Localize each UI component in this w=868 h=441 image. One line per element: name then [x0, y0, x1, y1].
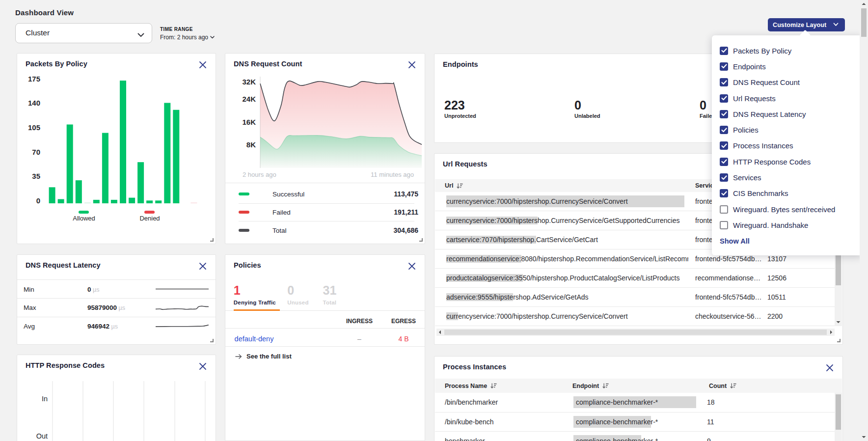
latency-label: Min — [24, 285, 34, 293]
resize-handle[interactable] — [419, 238, 423, 242]
endpoint-cell: compliance-benchmarker-* — [576, 437, 658, 441]
column-header[interactable]: Url — [445, 179, 463, 192]
url-request-row[interactable]: currencyservice:7000/hipstershop.Currenc… — [435, 307, 835, 326]
card-dns-request-latency-title: DNS Request Latency — [26, 261, 101, 269]
sort-icon[interactable] — [490, 383, 497, 389]
table-horizontal-scrollbar[interactable] — [436, 329, 835, 336]
arrow-right-icon — [235, 354, 242, 359]
count-cell: 12506 — [767, 274, 787, 282]
card-policies-close-icon[interactable] — [407, 261, 417, 272]
checkbox-checked-icon[interactable] — [720, 110, 728, 118]
scrollbar-thumb[interactable] — [836, 394, 841, 430]
card-dns-request-latency-close-icon[interactable] — [197, 261, 208, 272]
resize-handle[interactable] — [210, 238, 214, 242]
x-axis-right-label: 11 minutes ago — [371, 171, 414, 178]
y-tick-label: 16K — [242, 118, 256, 126]
policies-tab-total[interactable]: 31Total — [323, 283, 337, 305]
stat-label: Unprotected — [444, 113, 476, 119]
menu-item-wireguard-bytes-sent-received[interactable]: Wireguard. Bytes sent/received — [712, 201, 863, 217]
column-header[interactable]: Endpoint — [572, 379, 609, 393]
checkbox-checked-icon[interactable] — [720, 189, 728, 197]
bar-allowed — [164, 103, 170, 204]
divider — [239, 203, 414, 204]
show-all-link[interactable]: Show All — [720, 237, 750, 245]
latency-value: 946942 µs — [87, 323, 118, 330]
checkbox-checked-icon[interactable] — [720, 173, 728, 182]
count-cell: 10511 — [767, 293, 786, 301]
url-request-row[interactable]: adservice:9555/hipstershop.AdService/Get… — [435, 288, 835, 307]
menu-item-wireguard-handshake[interactable]: Wireguard. Handshake — [712, 217, 863, 233]
scroll-down-icon[interactable] — [835, 319, 842, 326]
customize-layout-button[interactable]: Customize Layout — [768, 18, 845, 31]
sort-icon[interactable] — [730, 383, 736, 389]
column-header[interactable]: Process Name — [445, 379, 497, 393]
menu-item-packets-by-policy[interactable]: Packets By Policy — [712, 43, 863, 58]
scrollbar-thumb[interactable] — [444, 330, 827, 335]
latency-row: Min0 µs — [17, 280, 216, 298]
checkbox-checked-icon[interactable] — [720, 94, 728, 103]
process-instance-row[interactable]: benchmarkercompliance-benchmarker-*9 — [435, 432, 835, 441]
scrollbar-thumb[interactable] — [861, 8, 867, 37]
page-title: Dashboard View — [15, 8, 74, 17]
sort-icon[interactable] — [457, 183, 463, 189]
legend-swatch — [239, 193, 249, 195]
stat-value: 223 — [444, 98, 476, 112]
card-process-instances-close-icon[interactable] — [824, 362, 835, 373]
checkbox-unchecked-icon[interactable] — [720, 221, 728, 229]
resize-handle[interactable] — [837, 339, 841, 342]
see-full-list-link[interactable]: See the full list — [235, 353, 292, 360]
service-cell: frontend-5fc5754db… — [695, 293, 765, 301]
menu-item-policies[interactable]: Policies — [712, 122, 863, 138]
checkbox-checked-icon[interactable] — [720, 158, 728, 166]
latency-row: Max95879000 µs — [17, 298, 216, 317]
policies-tab-unused[interactable]: 0Unused — [287, 283, 308, 305]
url-cell: cartservice:7070/hipstershop.CartService… — [446, 236, 688, 244]
scroll-up-icon[interactable] — [860, 0, 868, 8]
policies-tab-denying-traffic[interactable]: 1Denying Traffic — [234, 283, 276, 305]
legend-row: Total304,686 — [225, 221, 425, 239]
checkbox-checked-icon[interactable] — [720, 47, 728, 55]
menu-item-dns-request-latency[interactable]: DNS Request Latency — [712, 106, 863, 122]
menu-item-process-instances[interactable]: Process Instances — [712, 138, 863, 154]
card-url-requests-title: Url Requests — [443, 160, 488, 168]
menu-item-url-requests[interactable]: Url Requests — [712, 90, 863, 106]
view-selector[interactable]: Cluster — [15, 23, 152, 43]
menu-item-cis-benchmarks[interactable]: CIS Benchmarks — [712, 186, 863, 201]
checkbox-checked-icon[interactable] — [720, 141, 728, 150]
time-range-value[interactable]: From: 2 hours ago — [160, 34, 215, 41]
process-instance-row[interactable]: /bin/kube-benchcompliance-benchmarker-*1… — [435, 413, 835, 432]
scroll-left-icon[interactable] — [436, 329, 444, 336]
chevron-down-icon — [833, 23, 839, 27]
column-header[interactable]: Count — [709, 379, 736, 393]
menu-item-http-response-codes[interactable]: HTTP Response Codes — [712, 154, 863, 169]
count-cell: 9 — [707, 437, 711, 441]
url-request-row[interactable]: productcatalogservice:3550/hipstershop.P… — [435, 269, 835, 288]
scroll-right-icon[interactable] — [827, 329, 835, 336]
page-scrollbar[interactable] — [860, 0, 868, 441]
checkbox-checked-icon[interactable] — [720, 62, 728, 71]
checkbox-unchecked-icon[interactable] — [720, 205, 728, 214]
menu-item-dns-request-count[interactable]: DNS Request Count — [712, 75, 863, 90]
bar-allowed — [155, 200, 162, 203]
menu-item-endpoints[interactable]: Endpoints — [712, 58, 863, 74]
count-cell: 11 — [707, 418, 714, 426]
menu-item-services[interactable]: Services — [712, 169, 863, 185]
card-http-response-codes-close-icon[interactable] — [197, 361, 208, 372]
y-tick-label: 70 — [32, 148, 40, 156]
legend-name: Failed — [272, 209, 291, 216]
checkbox-checked-icon[interactable] — [720, 126, 728, 134]
table-vertical-scrollbar[interactable] — [835, 393, 842, 441]
category-label: In — [42, 395, 48, 403]
resize-handle[interactable] — [210, 339, 214, 342]
latency-value: 95879000 µs — [87, 304, 125, 311]
sort-icon[interactable] — [602, 383, 609, 389]
y-tick-label: 140 — [28, 99, 40, 107]
process-instance-row[interactable]: /bin/benchmarkercompliance-benchmarker-*… — [435, 393, 835, 413]
url-cell: productcatalogservice:3550/hipstershop.P… — [446, 274, 688, 282]
card-process-instances-title: Process Instances — [443, 363, 506, 371]
policy-name-link[interactable]: default-deny — [235, 335, 274, 343]
stat-label: Unlabeled — [574, 113, 600, 119]
scroll-down-icon[interactable] — [860, 433, 868, 441]
checkbox-checked-icon[interactable] — [720, 78, 728, 86]
card-http-response-codes: HTTP Response CodesInOut — [17, 355, 216, 441]
